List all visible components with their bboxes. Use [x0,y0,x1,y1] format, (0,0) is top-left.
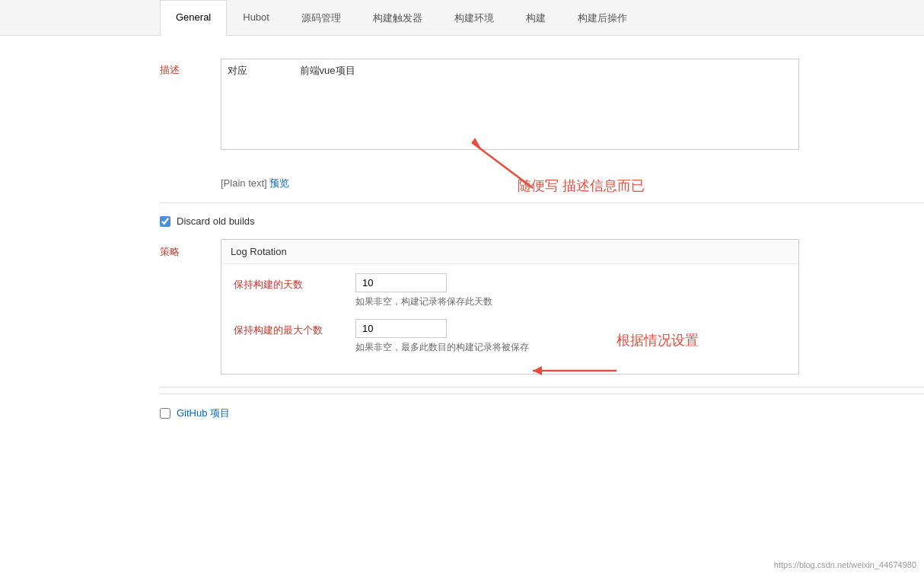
tab-post-build[interactable]: 构建后操作 [562,0,643,36]
days-hint: 如果非空，构建记录将保存此天数 [355,295,786,308]
tab-hubot[interactable]: Hubot [227,0,285,36]
content-area: 描述 对应<span class="redacted"></span>前端vue… [0,36,924,448]
strategy-title: Log Rotation [221,240,798,264]
count-hint: 如果非空，最多此数目的构建记录将被保存 [355,341,786,354]
watermark: https://blog.csdn.net/weixin_44674980 [774,560,916,569]
preview-link[interactable]: 预览 [269,177,289,189]
tab-build-env[interactable]: 构建环境 [438,0,510,36]
tab-bar: General Hubot 源码管理 构建触发器 构建环境 构建 构建后操作 [0,0,924,36]
strategy-label: 策略 [160,239,221,259]
discard-checkbox-row: Discard old builds [160,215,909,227]
days-field-row: 保持构建的天数 10 如果非空，构建记录将保存此天数 [234,273,786,308]
preview-links: [Plain text] 预览 [221,177,289,190]
discard-section: Discard old builds 策略 Log Rotation 保持构建的… [160,203,924,387]
github-label[interactable]: GitHub 项目 [177,406,230,420]
days-content: 10 如果非空，构建记录将保存此天数 [355,273,786,308]
count-field-row: 保持构建的最大个数 10 如果非空，最多此数目的构建记录将被保存 [234,319,786,354]
tab-build-triggers[interactable]: 构建触发器 [357,0,438,36]
days-label: 保持构建的天数 [234,273,355,292]
strategy-row: 策略 Log Rotation 保持构建的天数 10 如果非空，构建记录 [160,239,909,375]
description-input[interactable]: 对应<span class="redacted"></span>前端vue项目 [221,59,799,150]
plain-text-label: [Plain text] [221,177,267,189]
github-section: GitHub 项目 [160,394,924,432]
tab-general[interactable]: General [160,0,227,36]
description-label: 描述 [160,59,221,77]
days-input[interactable]: 10 [355,273,447,292]
github-checkbox[interactable] [160,408,170,419]
count-content: 10 如果非空，最多此数目的构建记录将被保存 [355,319,786,354]
tab-build[interactable]: 构建 [510,0,562,36]
discard-checkbox[interactable] [160,216,170,227]
description-field: 描述 对应<span class="redacted"></span>前端vue… [160,51,924,160]
strategy-box: Log Rotation 保持构建的天数 10 如果非空，构建记录将保存此天数 [221,239,799,375]
strategy-fields: 保持构建的天数 10 如果非空，构建记录将保存此天数 保持构建的最大个数 [221,264,798,374]
discard-label[interactable]: Discard old builds [177,215,255,227]
description-content: 对应<span class="redacted"></span>前端vue项目 [221,59,909,152]
strategy-content: Log Rotation 保持构建的天数 10 如果非空，构建记录将保存此天数 [221,239,909,375]
tab-source-control[interactable]: 源码管理 [285,0,357,36]
count-label: 保持构建的最大个数 [234,319,355,337]
preview-row: [Plain text] 预览 [160,172,924,202]
count-input[interactable]: 10 [355,319,447,338]
